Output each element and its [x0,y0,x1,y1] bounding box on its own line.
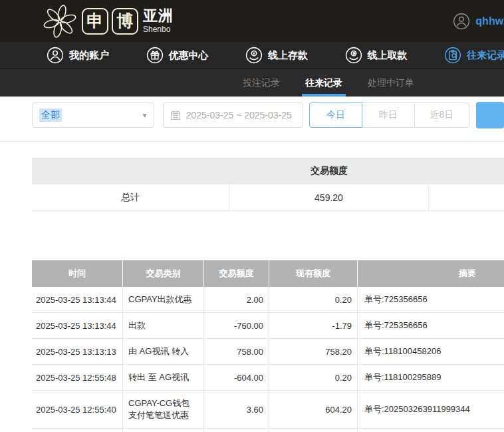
main-nav: 我的账户 优惠中心 线上存款 [0,42,504,69]
table-row: 2025-03-25 12:55:40 CGPAY支付 600.00 600.6… [32,429,504,432]
cell-time: 2025-03-25 12:55:40 [32,429,123,432]
top-bar: 申 博 亚洲 Shenbo qhhw2 [0,0,504,42]
summary-total-value: 459.20 [229,184,429,211]
last-8-days-button[interactable]: 近8日 [414,103,469,128]
cell-balance: 600.60 [269,429,358,432]
nav-item-promotions[interactable]: 优惠中心 [146,47,209,64]
cell-amount: 600.00 [204,429,269,432]
tab-betting-records[interactable]: 投注记录 [243,69,280,97]
cell-amount: -760.00 [204,313,269,338]
nav-item-transaction-records[interactable]: 往来记录 [444,47,504,64]
cell-time: 2025-03-25 13:13:44 [32,313,123,338]
cell-category: CGPAY支付 [123,429,204,432]
deposit-coin-icon [245,47,263,64]
nav-item-label: 往来记录 [467,49,504,62]
cell-category: 出款 [123,313,204,338]
cell-time: 2025-03-25 12:55:48 [32,365,123,390]
tab-transaction-records[interactable]: 往来记录 [305,69,342,97]
nav-item-deposit[interactable]: 线上存款 [245,47,308,64]
table-header-row: 时间 交易类别 交易额度 现有额度 摘要 [32,260,504,287]
date-range-value: 2025-03-25 ~ 2025-03-25 [186,110,292,120]
cell-amount: 2.00 [204,287,269,312]
date-range-input[interactable]: 2025-03-25 ~ 2025-03-25 [163,103,303,128]
cell-time: 2025-03-25 13:13:44 [32,287,123,312]
record-tabs: 投注记录 往来记录 处理中订单 [0,69,504,97]
cell-balance: 604.20 [269,391,358,428]
logo-char-shen: 申 [82,8,108,35]
logo-en-label: Shenbo [143,25,174,33]
col-header-time: 时间 [32,260,123,287]
summary-header-label: 交易额度 [229,165,429,177]
username-link[interactable]: qhhw2 [475,15,504,27]
cell-time: 2025-03-25 13:13:13 [32,339,123,364]
cell-category: CGPAY出款优惠 [123,287,204,312]
cell-amount: -604.00 [204,365,269,390]
cell-remark: 单号:725356656 [358,287,504,312]
user-account-area[interactable]: qhhw2 [453,13,504,30]
withdraw-coin-icon [345,47,362,64]
summary-header-row: 交易额度 [32,158,504,184]
summary-empty-cell [429,184,504,211]
filter-row: 全部 ▾ 2025-03-25 ~ 2025-03-25 今日 昨日 近8日 [32,102,504,128]
search-button[interactable] [476,102,504,128]
col-header-balance: 现有额度 [269,260,358,287]
content-area: 全部 ▾ 2025-03-25 ~ 2025-03-25 今日 昨日 近8日 [0,102,504,432]
user-avatar-icon [453,13,470,30]
nav-item-withdraw[interactable]: 线上取款 [345,47,408,64]
site-logo[interactable]: 申 博 亚洲 Shenbo [41,3,174,40]
nav-item-label: 我的账户 [69,49,109,62]
nav-item-label: 线上存款 [268,49,308,62]
cell-category: CGPAY-CG钱包支付笔笔送优惠 [123,391,204,428]
today-button[interactable]: 今日 [309,103,362,128]
calendar-icon [170,110,181,120]
yesterday-button[interactable]: 昨日 [362,103,415,128]
col-header-category: 交易类别 [123,260,204,287]
nav-item-my-account[interactable]: 我的账户 [47,47,109,64]
section-divider [0,141,504,142]
quick-date-button-group: 今日 昨日 近8日 [309,103,469,128]
records-clipboard-icon [444,47,461,64]
tab-pending-orders[interactable]: 处理中订单 [368,69,414,97]
flower-logo-icon [41,3,78,40]
category-select[interactable]: 全部 ▾ [32,103,154,128]
chevron-down-icon: ▾ [143,110,147,120]
cell-category: 转出 至 AG视讯 [123,365,204,390]
table-row: 2025-03-25 13:13:13 由 AG视讯 转入 758.00 758… [32,339,504,365]
cell-remark: 单号:118100295889 [358,365,504,390]
cell-remark: 单号:202503263911999344 [358,429,504,432]
table-row: 2025-03-25 13:13:44 出款 -760.00 -1.79 单号:… [32,313,504,339]
table-row: 2025-03-25 12:55:48 转出 至 AG视讯 -604.00 0.… [32,365,504,391]
cell-balance: -1.79 [269,313,358,338]
logo-char-bo: 博 [112,8,138,35]
transactions-table: 时间 交易类别 交易额度 现有额度 摘要 2025-03-25 13:13:44… [32,260,504,432]
cell-balance: 758.20 [269,339,358,364]
cell-amount: 3.60 [204,391,269,428]
cell-balance: 0.20 [269,287,358,312]
cell-remark: 单号:725356656 [358,313,504,338]
logo-text: 亚洲 Shenbo [143,9,174,33]
gift-circle-icon [146,47,164,64]
table-row: 2025-03-25 12:55:40 CGPAY-CG钱包支付笔笔送优惠 3.… [32,391,504,429]
summary-table: 交易额度 总计 459.20 [32,158,504,211]
col-header-remark: 摘要 [358,260,504,287]
summary-total-label: 总计 [32,184,229,211]
summary-total-row: 总计 459.20 [32,184,504,211]
user-circle-icon [47,47,64,64]
category-select-value: 全部 [39,108,62,122]
nav-item-label: 线上取款 [368,49,408,62]
col-header-amount: 交易额度 [204,260,269,287]
cell-time: 2025-03-25 12:55:40 [32,391,123,428]
table-row: 2025-03-25 13:13:44 CGPAY出款优惠 2.00 0.20 … [32,287,504,313]
cell-remark: 单号:118100458206 [358,339,504,364]
cell-balance: 0.20 [269,365,358,390]
cell-remark: 单号:202503263911999344 [358,391,504,428]
nav-item-label: 优惠中心 [169,49,209,62]
cell-amount: 758.00 [204,339,269,364]
logo-region-label: 亚洲 [143,9,174,23]
cell-category: 由 AG视讯 转入 [123,339,204,364]
